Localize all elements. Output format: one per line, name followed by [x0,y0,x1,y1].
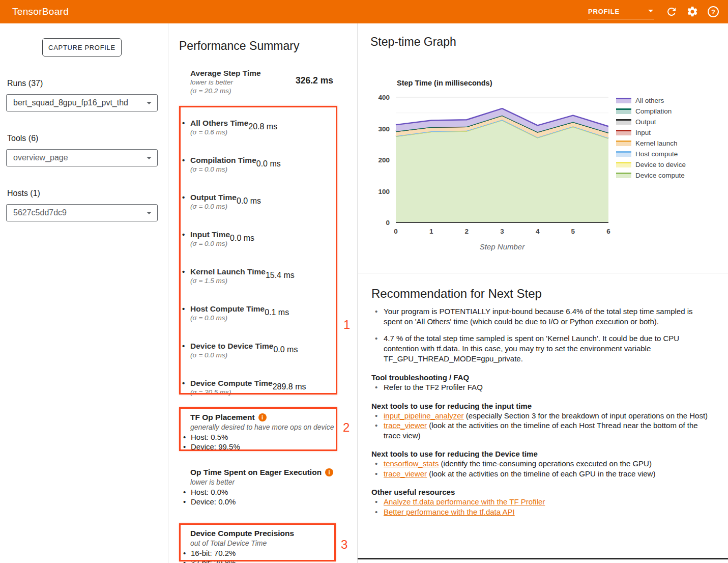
rec-link[interactable]: Analyze tf.data performance with the TF … [384,497,545,506]
summary-metric-row: •All Others Time(σ = 0.6 ms)20.8 ms [179,110,334,147]
metric-text-inner: Device to Device Time(σ = 0.0 ms) [190,341,273,370]
svg-text:4: 4 [536,228,540,235]
svg-text:3: 3 [500,228,504,235]
metric-text: Host Compute Time(σ = 0.0 ms) [190,304,265,333]
svg-text:2: 2 [465,228,469,235]
tool-item-text: (especially Section 3 for the breakdown … [464,411,708,420]
legend-swatch [616,140,631,146]
svg-text:?: ? [711,8,715,16]
metric-value: 15.4 ms [266,267,301,296]
capture-profile-button[interactable]: CAPTURE PROFILE [42,38,122,57]
legend-label: Input [635,129,651,136]
dashboard-select[interactable]: PROFILE [588,5,654,19]
tool-list-item: Better performance with the tf.data API [373,507,713,517]
metric-value: 20.8 ms [248,118,284,147]
rec-link[interactable]: tensorflow_stats [384,459,439,468]
metric-sigma: (σ = 0.0 ms) [190,351,273,359]
legend-item: Device to device [616,159,686,170]
tools-select[interactable]: overview_page [6,149,158,166]
metric-text-inner: All Others Time(σ = 0.6 ms) [190,118,248,147]
list-item: 32-bit: 29.8% [182,558,338,563]
tool-list-item: tensorflow_stats (identify the time-cons… [373,459,713,469]
average-step-time-metric: Average Step Time lower is better (σ = 2… [190,68,333,95]
tool-list-item: input_pipeline_analyzer (especially Sect… [373,411,713,421]
bullet-dot: • [179,118,190,147]
rec-link[interactable]: trace_viewer [384,469,427,478]
list-item: Device: 0.0% [182,497,338,506]
rec-link[interactable]: Better performance with the tf.data API [384,508,515,516]
metric-text-inner: Device Compute Time(σ = 20.5 ms) [190,378,273,407]
legend-swatch [616,98,631,103]
legend-label: Kernel launch [635,139,678,147]
performance-summary-title: Performance Summary [179,39,299,53]
legend-label: Host compute [635,150,678,158]
metric-label: Output Time [190,192,237,202]
eager-execution-block: Op Time Spent on Eager Executioni lower … [190,467,338,506]
tool-item-text: (look at the activities on the timeline … [384,421,698,440]
faq-group-title: Tool troubleshooting / FAQ [371,373,715,382]
tf-op-placement-block: TF Op Placementi generally desired to ha… [190,412,338,452]
bullet-dot: • [179,230,190,259]
refresh-icon[interactable] [665,6,678,18]
eager-execution-list: Host: 0.0%Device: 0.0% [190,487,338,506]
bullet-dot: • [179,155,190,184]
svg-text:100: 100 [378,188,390,195]
rec-link[interactable]: trace_viewer [384,421,427,430]
main-pane: Step-time Graph Step Time (in millisecon… [358,23,728,563]
tool-list-item: trace_viewer (look at the activities on … [373,469,713,479]
list-item: Host: 0.0% [182,487,338,497]
tool-item-text: (look at the activities on the timeline … [427,469,655,478]
summary-metric-row: •Device to Device Time(σ = 0.0 ms)0.0 ms [179,333,334,370]
metric-sigma: (σ = 0.6 ms) [190,128,248,136]
legend-item: Input [616,127,686,138]
block-subtitle: lower is better [190,477,338,487]
settings-gear-icon[interactable] [686,6,698,18]
summary-metric-row: •Compilation Time(σ = 0.0 ms)0.0 ms [179,147,334,184]
chevron-down-icon [648,10,653,12]
help-icon[interactable]: ? [707,6,719,18]
device-tools-group-title: Next tools to use for reducing the Devic… [371,449,715,459]
bullet-dot: • [179,378,190,407]
metric-text: Kernel Launch Time(σ = 1.5 ms) [190,267,266,296]
annotation-number-3: 3 [341,538,347,552]
metric-text-inner: Host Compute Time(σ = 0.0 ms) [190,304,265,333]
step-time-graph-title: Step-time Graph [370,35,456,49]
runs-select[interactable]: bert_squad_8gpu_fp16_pvt_thd [6,94,158,111]
hosts-label: Hosts (1) [7,189,40,198]
recommendation-title: Recommendation for Next Step [371,287,715,301]
legend-label: All others [635,97,664,104]
info-icon[interactable]: i [258,413,267,421]
chart-legend: All othersCompilationOutputInputKernel l… [616,95,686,181]
chevron-down-icon [147,102,152,104]
metric-label: Input Time [190,230,230,239]
sidebar: CAPTURE PROFILE Runs (37) bert_squad_8gp… [0,23,168,563]
metric-sigma: (σ = 20.2 ms) [190,87,284,95]
summary-metric-row: •Host Compute Time(σ = 0.0 ms)0.1 ms [179,296,334,333]
hosts-select[interactable]: 5627c5dd7dc9 [6,204,158,221]
hosts-select-value: 5627c5dd7dc9 [13,208,67,217]
rec-link[interactable]: input_pipeline_analyzer [384,411,464,420]
recommendation-bullet: 4.7 % of the total step time sampled is … [373,333,713,364]
metric-sigma: (σ = 0.0 ms) [190,314,265,322]
chart-x-axis-label: Step Number [396,242,608,251]
block-subtitle: generally desired to have more ops on de… [190,423,338,432]
annotation-number-2: 2 [343,420,350,435]
metric-label: Device Compute Time [190,378,273,388]
runs-select-value: bert_squad_8gpu_fp16_pvt_thd [13,98,128,107]
input-tools-group-title: Next tools to use for reducing the input… [371,401,715,411]
metric-text: Device to Device Time(σ = 0.0 ms) [190,341,273,370]
metric-label: Device to Device Time [190,341,273,351]
header-actions: PROFILE ? [588,0,728,23]
performance-summary-pane: Performance Summary Average Step Time lo… [168,23,358,563]
tool-list-item: Analyze tf.data performance with the TF … [373,497,713,507]
metric-value: 0.0 ms [273,341,304,370]
info-icon[interactable]: i [325,468,333,476]
legend-item: Compilation [616,106,686,117]
input-tools-list: input_pipeline_analyzer (especially Sect… [373,411,715,441]
chevron-down-icon [147,157,152,159]
metric-label: Compilation Time [190,155,256,165]
metric-value: 289.8 ms [273,378,313,407]
chevron-down-icon [147,212,152,214]
tool-list-item: Refer to the TF2 Profiler FAQ [373,382,713,392]
metric-sigma: (σ = 0.0 ms) [190,202,237,211]
